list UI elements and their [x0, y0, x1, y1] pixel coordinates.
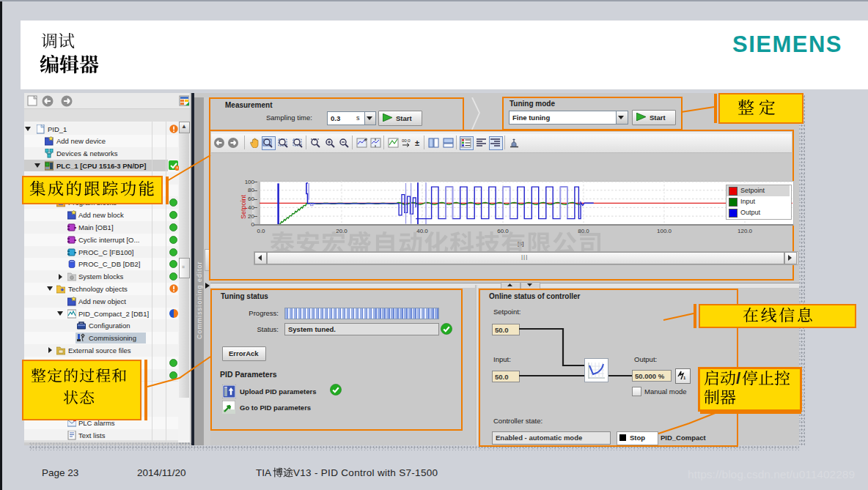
svg-text:00:0: 00:0 — [402, 138, 411, 143]
svg-text:1: 1 — [683, 376, 686, 380]
